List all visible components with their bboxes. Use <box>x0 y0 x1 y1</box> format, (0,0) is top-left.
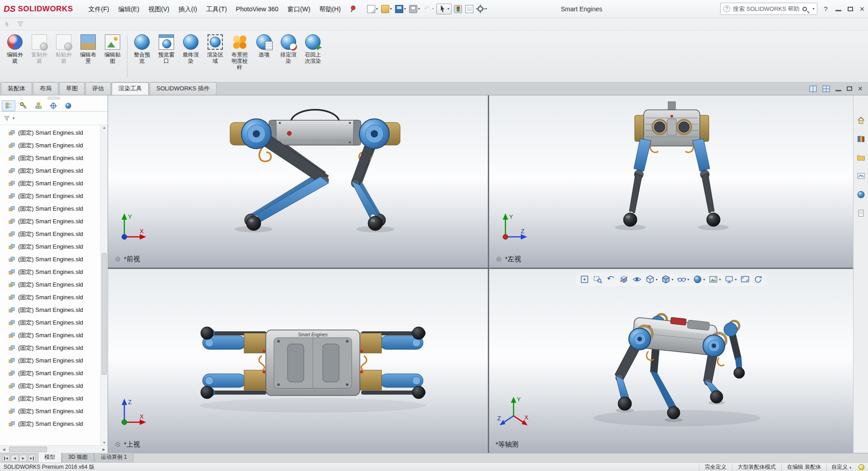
render-region-button[interactable]: 渲染区域 <box>203 32 227 71</box>
tree-item[interactable]: (固定) Smart Engines.sld <box>3 278 100 291</box>
dropdown-caret-icon[interactable]: ▾ <box>703 278 705 282</box>
help-button[interactable]: ? <box>822 5 829 13</box>
dropdown-caret-icon[interactable]: ▾ <box>432 7 434 11</box>
model-tab[interactable]: 模型 <box>38 452 61 462</box>
vertical-splitter[interactable] <box>488 95 489 453</box>
filter-funnel-icon[interactable] <box>3 115 10 122</box>
zoom-to-area-button[interactable]: ▾ <box>591 273 603 285</box>
section-view-button[interactable]: ▾ <box>618 273 629 285</box>
menu-help[interactable]: 帮助(H) <box>315 3 345 15</box>
selection-tool-icon[interactable] <box>4 20 12 28</box>
last-tab-button[interactable]: ▶ <box>28 455 36 462</box>
solidworks-resources-button[interactable] <box>855 114 867 126</box>
featuremanager-tab[interactable] <box>2 100 15 111</box>
menu-view[interactable]: 视图(V) <box>144 3 174 15</box>
first-tab-button[interactable]: ◀ <box>2 455 10 462</box>
tree-item[interactable]: (固定) Smart Engines.sld <box>3 392 100 405</box>
tab-sketch[interactable]: 草图 <box>59 82 85 95</box>
minimize-app-button[interactable] <box>835 10 841 11</box>
final-render-button[interactable]: 最终渲染 <box>179 32 203 71</box>
viewport-front[interactable]: Y X *前视 <box>108 95 488 268</box>
dimxpertmanager-tab[interactable] <box>47 100 60 111</box>
select-button[interactable]: ▾ <box>436 4 452 14</box>
menu-window[interactable]: 窗口(W) <box>283 3 315 15</box>
menu-insert[interactable]: 插入(I) <box>174 3 202 15</box>
motion-study-1-tab[interactable]: 运动算例 1 <box>94 452 133 462</box>
minimize-window-button[interactable] <box>835 90 841 91</box>
copy-appearance-button[interactable]: 复制外观 <box>27 32 52 64</box>
design-library-button[interactable] <box>855 133 867 145</box>
edit-appearance-hud-button[interactable]: ▾ <box>692 273 706 285</box>
filter-caret-icon[interactable]: ▾ <box>13 116 14 120</box>
tree-item[interactable]: (固定) Smart Engines.sld <box>3 190 100 203</box>
view-settings-button[interactable]: ▾ <box>723 273 738 285</box>
print-button[interactable]: ▾ <box>408 4 421 14</box>
viewport-left[interactable]: Y Z *左视 <box>489 95 853 268</box>
tab-solidworks-addins[interactable]: SOLIDWORKS 插件 <box>150 82 217 95</box>
integrated-preview-button[interactable]: 整合预览 <box>130 32 154 71</box>
options-button[interactable]: ▾ <box>476 4 488 14</box>
rotate-view-button[interactable]: ▾ <box>752 273 764 285</box>
tree-vertical-scrollbar[interactable]: ▲ ▼ <box>100 125 108 445</box>
tree-item[interactable]: (固定) Smart Engines.sld <box>3 152 100 165</box>
status-customize-button[interactable]: 自定义▴ <box>826 463 856 471</box>
tree-item[interactable]: (固定) Smart Engines.sld <box>3 127 100 139</box>
tree-item[interactable]: (固定) Smart Engines.sld <box>3 291 100 304</box>
tree-item[interactable]: (固定) Smart Engines.sld <box>3 266 100 278</box>
rebuild-button[interactable]: ▾ <box>453 4 463 14</box>
tree-item[interactable]: (固定) Smart Engines.sld <box>3 253 100 266</box>
dropdown-caret-icon[interactable]: ▾ <box>376 7 378 11</box>
scrollbar-thumb[interactable] <box>102 253 107 375</box>
scroll-left-icon[interactable]: ◀ <box>0 447 8 452</box>
propertymanager-tab[interactable] <box>17 100 30 111</box>
pin-menu-icon[interactable] <box>349 5 356 13</box>
file-properties-button[interactable]: ▾ <box>464 4 474 14</box>
dropdown-caret-icon[interactable]: ▾ <box>390 7 392 11</box>
tab-evaluate[interactable]: 评估 <box>85 82 111 95</box>
tree-item[interactable]: (固定) Smart Engines.sld <box>3 316 100 329</box>
dropdown-caret-icon[interactable]: ▾ <box>448 7 449 11</box>
dropdown-caret-icon[interactable]: ▾ <box>671 278 673 282</box>
schedule-render-button[interactable]: 排定渲染 <box>276 32 301 71</box>
tree-item[interactable]: (固定) Smart Engines.sld <box>3 203 100 215</box>
photoview-options-button[interactable]: 选项 <box>252 32 276 71</box>
recall-last-render-button[interactable]: 召回上次渲染 <box>301 32 325 71</box>
configurationmanager-tab[interactable] <box>32 100 45 111</box>
edit-decal-button[interactable]: 编辑贴图 <box>100 32 125 64</box>
tab-assembly[interactable]: 装配体 <box>1 82 32 95</box>
horizontal-splitter[interactable] <box>108 268 853 269</box>
panel-collapse-handle[interactable] <box>47 97 60 99</box>
save-button[interactable]: ▾ <box>394 4 407 14</box>
scrollbar-thumb[interactable] <box>9 447 47 452</box>
menu-edit[interactable]: 编辑(E) <box>113 3 144 15</box>
edit-scene-button[interactable]: 编辑布景 <box>76 32 100 64</box>
scroll-down-icon[interactable]: ▼ <box>103 441 106 445</box>
help-search-box[interactable]: ? 搜索 SOLIDWORKS 帮助 ▾ <box>720 3 817 15</box>
dropdown-caret-icon[interactable]: ▾ <box>687 278 689 282</box>
tree-item[interactable]: (固定) Smart Engines.sld <box>3 380 100 392</box>
tree-item[interactable]: (固定) Smart Engines.sld <box>3 240 100 253</box>
status-sphere-icon[interactable] <box>859 464 864 470</box>
undo-button[interactable]: ▾ <box>422 4 435 14</box>
tree-item[interactable]: (固定) Smart Engines.sld <box>3 215 100 228</box>
menu-photoview-360[interactable]: PhotoView 360 <box>231 3 283 15</box>
tree-item[interactable]: (固定) Smart Engines.sld <box>3 228 100 240</box>
scroll-up-icon[interactable]: ▲ <box>103 126 106 130</box>
dynamic-annotation-views-button[interactable]: ▾ <box>631 273 642 285</box>
edit-appearance-button[interactable]: 编辑外观 <box>3 32 27 64</box>
dropdown-caret-icon[interactable]: ▾ <box>418 7 420 11</box>
scroll-right-icon[interactable]: ▶ <box>100 447 108 452</box>
tree-item[interactable]: (固定) Smart Engines.sld <box>3 139 100 152</box>
search-scope-icon[interactable]: ? <box>723 5 730 12</box>
previous-tab-button[interactable]: ◀ <box>11 455 19 462</box>
viewport-top[interactable]: Smart Engines Z X *上视 <box>108 269 488 453</box>
tree-item[interactable]: (固定) Smart Engines.sld <box>3 405 100 418</box>
tree-horizontal-scrollbar[interactable]: ◀ ▶ <box>0 445 108 453</box>
tree-item[interactable]: (固定) Smart Engines.sld <box>3 418 100 430</box>
menu-file[interactable]: 文件(F) <box>84 3 114 15</box>
scene-illumination-proof-button[interactable]: 布景照明度校样 <box>227 32 252 71</box>
view-palette-button[interactable] <box>855 170 867 182</box>
tree-item[interactable]: (固定) Smart Engines.sld <box>3 165 100 177</box>
restore-window-button[interactable] <box>847 86 852 91</box>
tab-layout[interactable]: 布局 <box>33 82 58 95</box>
